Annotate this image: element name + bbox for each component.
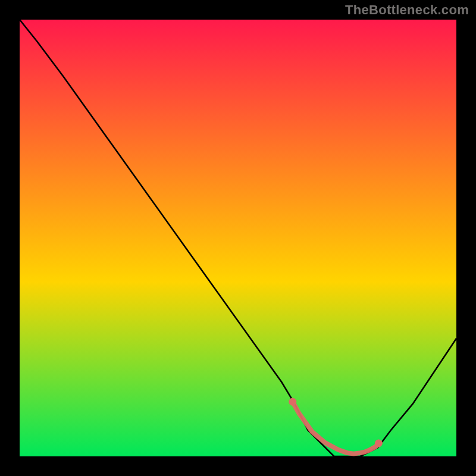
chart-stage: TheBottleneck.com xyxy=(0,0,476,476)
watermark-text: TheBottleneck.com xyxy=(345,2,469,18)
chart-gradient-background xyxy=(20,20,456,456)
svg-point-2 xyxy=(375,439,383,447)
bottleneck-chart xyxy=(0,0,476,476)
svg-point-1 xyxy=(289,398,296,406)
